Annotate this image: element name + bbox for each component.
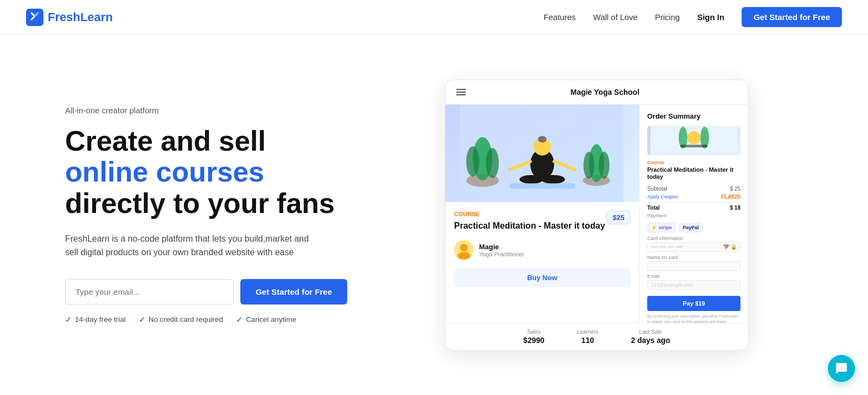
svg-point-9 — [584, 152, 595, 179]
email-input-order[interactable]: 123@example.com — [647, 280, 741, 290]
total-label: Total — [647, 205, 660, 211]
navbar: FreshLearn Features Wall of Love Pricing… — [0, 0, 868, 35]
svg-point-5 — [467, 146, 480, 177]
hero-section: All-in-one creator platform Create and s… — [0, 35, 868, 395]
nav-features[interactable]: Features — [544, 12, 576, 22]
nav-sign-in[interactable]: Sign In — [697, 12, 724, 22]
svg-point-13 — [538, 136, 547, 143]
course-info: Course Practical Meditation - Master it … — [445, 202, 639, 296]
check-cancel-label: Cancel anytime — [246, 315, 296, 323]
course-title: Practical Meditation - Master it today — [454, 221, 605, 232]
logo[interactable]: FreshLearn — [26, 9, 113, 26]
product-mockup: Magie Yoga School — [445, 80, 749, 351]
nav-wall-of-love[interactable]: Wall of Love — [593, 12, 637, 22]
hero-content: All-in-one creator platform Create and s… — [65, 106, 347, 324]
stat-last-sale-value: 2 days ago — [631, 336, 670, 345]
check-no-cc: ✓ No credit card required — [139, 315, 223, 324]
hero-form: Get Started for Free — [65, 279, 347, 305]
svg-point-20 — [460, 244, 468, 251]
stat-learners: Learners 110 — [577, 329, 598, 345]
stripe-badge: ⚡stripe — [647, 223, 676, 232]
payment-label: Payment — [647, 213, 741, 218]
check-icon-no-cc: ✓ — [139, 315, 145, 324]
nav-get-started-button[interactable]: Get Started for Free — [742, 7, 842, 27]
order-total-row: Total $ 18 — [647, 202, 741, 211]
check-cancel: ✓ Cancel anytime — [236, 315, 296, 324]
author-info: Magie Yoga Practitioner — [479, 243, 524, 257]
order-subtotal-row: Subtotal $ 25 — [647, 186, 741, 192]
coupon-code: FLAT25 — [721, 194, 741, 200]
hero-mockup: Magie Yoga School — [369, 80, 825, 351]
yoga-scene-image — [445, 105, 639, 202]
logo-icon — [26, 9, 43, 26]
order-coupon-row: Apply Coupon FLAT25 — [647, 194, 741, 200]
svg-point-23 — [687, 131, 700, 144]
total-value: $ 18 — [730, 205, 741, 211]
stat-learners-value: 110 — [582, 336, 594, 345]
hero-tag: All-in-one creator platform — [65, 106, 347, 115]
order-course-title: Practical Meditation - Master it today — [647, 166, 741, 180]
stat-learners-label: Learners — [577, 329, 598, 335]
course-price: $25 — [607, 211, 630, 224]
check-trial-label: 14-day free trial — [75, 315, 126, 323]
chat-icon — [835, 362, 848, 375]
stat-last-sale-label: Last Sale — [639, 329, 662, 335]
order-course-label: Course — [647, 160, 741, 165]
stat-last-sale: Last Sale 2 days ago — [631, 329, 670, 345]
hero-headline-highlight: online courses — [65, 156, 264, 187]
mockup-body: Course Practical Meditation - Master it … — [445, 105, 748, 348]
course-card: Course Practical Meditation - Master it … — [445, 105, 640, 348]
subtotal-label: Subtotal — [647, 186, 667, 192]
school-name: Magie Yoga School — [570, 88, 639, 96]
nav-pricing[interactable]: Pricing — [655, 12, 680, 22]
author-role: Yoga Practitioner — [479, 251, 524, 257]
author-avatar — [454, 240, 474, 260]
payment-options: ⚡stripe PayPal — [647, 223, 741, 232]
chat-support-button[interactable] — [828, 355, 855, 382]
name-label: Name on card — [647, 255, 741, 260]
nav-links: Features Wall of Love Pricing Sign In Ge… — [544, 7, 842, 27]
paypal-badge: PayPal — [679, 223, 703, 232]
check-trial: ✓ 14-day free trial — [65, 315, 126, 324]
mockup-stats: Sales $2990 Learners 110 Last Sale 2 day… — [445, 323, 748, 350]
stat-sales-value: $2990 — [524, 336, 545, 345]
name-input[interactable] — [647, 261, 741, 271]
svg-point-16 — [520, 175, 544, 184]
svg-point-10 — [599, 152, 610, 179]
coupon-link[interactable]: Apply Coupon — [647, 194, 678, 200]
order-summary-panel: Order Summary Course Practical Meditatio… — [640, 105, 748, 348]
hero-headline-part1: Create and sell — [65, 125, 266, 157]
hero-headline-part2: directly to your fans — [65, 187, 335, 219]
logo-text: FreshLearn — [48, 10, 113, 24]
stat-sales-label: Sales — [527, 329, 541, 335]
check-no-cc-label: No credit card required — [149, 315, 223, 323]
author-name: Magie — [479, 243, 524, 251]
check-icon-cancel: ✓ — [236, 315, 242, 324]
subtotal-value: $ 25 — [730, 186, 741, 192]
order-summary-title: Order Summary — [647, 112, 741, 120]
stat-sales: Sales $2990 — [524, 329, 545, 345]
hamburger-icon[interactable] — [456, 89, 466, 95]
svg-point-6 — [486, 148, 499, 178]
hero-description: FreshLearn is a no-code platform that le… — [65, 232, 315, 260]
check-icon-trial: ✓ — [65, 315, 72, 324]
pay-button[interactable]: Pay $19 — [647, 296, 741, 311]
hero-get-started-button[interactable]: Get Started for Free — [240, 279, 347, 305]
course-image — [445, 105, 639, 202]
card-number-input[interactable]: •••• •••• •••• •••• 📅 🔒 — [647, 242, 741, 252]
order-course-image — [647, 126, 741, 156]
stripe-icon: ⚡ — [651, 225, 657, 230]
svg-rect-26 — [680, 145, 707, 147]
course-author: Magie Yoga Practitioner — [454, 240, 630, 260]
card-info-label: Card information — [647, 236, 741, 241]
hero-headline: Create and sell online courses directly … — [65, 126, 347, 219]
course-label: Course — [454, 211, 605, 217]
hero-checks: ✓ 14-day free trial ✓ No credit card req… — [65, 315, 347, 324]
email-label: Email — [647, 274, 741, 279]
svg-rect-18 — [510, 183, 575, 189]
mockup-header: Magie Yoga School — [445, 80, 748, 105]
buy-now-button[interactable]: Buy Now — [454, 268, 630, 287]
svg-point-17 — [541, 175, 565, 184]
email-input[interactable] — [65, 279, 234, 305]
